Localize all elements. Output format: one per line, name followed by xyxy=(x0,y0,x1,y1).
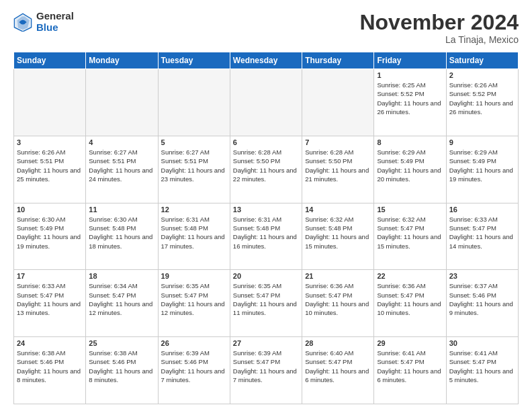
calendar-week-row: 17Sunrise: 6:33 AM Sunset: 5:47 PM Dayli… xyxy=(14,270,519,337)
calendar-cell: 30Sunrise: 6:41 AM Sunset: 5:47 PM Dayli… xyxy=(446,337,518,404)
calendar-cell: 13Sunrise: 6:31 AM Sunset: 5:48 PM Dayli… xyxy=(230,203,302,270)
logo-icon xyxy=(13,13,32,32)
day-info: Sunrise: 6:29 AM Sunset: 5:49 PM Dayligh… xyxy=(377,148,443,183)
day-info: Sunrise: 6:34 AM Sunset: 5:47 PM Dayligh… xyxy=(89,281,154,317)
calendar-cell: 21Sunrise: 6:36 AM Sunset: 5:47 PM Dayli… xyxy=(302,270,374,337)
day-info: Sunrise: 6:32 AM Sunset: 5:48 PM Dayligh… xyxy=(305,215,371,250)
calendar-day-header: Friday xyxy=(374,52,446,69)
calendar-cell: 18Sunrise: 6:34 AM Sunset: 5:47 PM Dayli… xyxy=(86,270,158,337)
calendar-day-header: Wednesday xyxy=(230,52,302,69)
day-number: 28 xyxy=(305,339,371,347)
day-info: Sunrise: 6:35 AM Sunset: 5:47 PM Dayligh… xyxy=(233,281,299,317)
day-info: Sunrise: 6:37 AM Sunset: 5:46 PM Dayligh… xyxy=(449,281,515,317)
calendar-cell xyxy=(14,69,86,136)
calendar-cell: 17Sunrise: 6:33 AM Sunset: 5:47 PM Dayli… xyxy=(14,270,86,337)
day-info: Sunrise: 6:30 AM Sunset: 5:48 PM Dayligh… xyxy=(89,215,154,250)
day-number: 11 xyxy=(89,205,154,214)
header: General Blue November 2024 La Tinaja, Me… xyxy=(13,11,519,45)
day-info: Sunrise: 6:27 AM Sunset: 5:51 PM Dayligh… xyxy=(89,148,154,183)
calendar-cell: 10Sunrise: 6:30 AM Sunset: 5:49 PM Dayli… xyxy=(14,203,86,270)
day-number: 17 xyxy=(17,272,83,280)
calendar-cell: 19Sunrise: 6:35 AM Sunset: 5:47 PM Dayli… xyxy=(158,270,230,337)
day-number: 19 xyxy=(161,272,227,280)
calendar-header-row: SundayMondayTuesdayWednesdayThursdayFrid… xyxy=(14,52,519,69)
day-number: 7 xyxy=(305,138,371,146)
calendar-cell: 14Sunrise: 6:32 AM Sunset: 5:48 PM Dayli… xyxy=(302,203,374,270)
day-info: Sunrise: 6:39 AM Sunset: 5:46 PM Dayligh… xyxy=(161,349,227,384)
location: La Tinaja, Mexico xyxy=(359,34,519,45)
calendar-cell: 28Sunrise: 6:40 AM Sunset: 5:47 PM Dayli… xyxy=(302,337,374,404)
calendar-cell: 12Sunrise: 6:31 AM Sunset: 5:48 PM Dayli… xyxy=(158,203,230,270)
day-info: Sunrise: 6:39 AM Sunset: 5:47 PM Dayligh… xyxy=(233,349,299,384)
day-info: Sunrise: 6:41 AM Sunset: 5:47 PM Dayligh… xyxy=(377,349,443,384)
calendar-cell: 7Sunrise: 6:28 AM Sunset: 5:50 PM Daylig… xyxy=(302,136,374,203)
title-block: November 2024 La Tinaja, Mexico xyxy=(359,11,519,45)
day-info: Sunrise: 6:38 AM Sunset: 5:46 PM Dayligh… xyxy=(17,349,83,384)
day-info: Sunrise: 6:26 AM Sunset: 5:52 PM Dayligh… xyxy=(449,81,515,116)
day-info: Sunrise: 6:31 AM Sunset: 5:48 PM Dayligh… xyxy=(161,215,227,250)
day-info: Sunrise: 6:35 AM Sunset: 5:47 PM Dayligh… xyxy=(161,281,227,317)
calendar-cell xyxy=(86,69,158,136)
calendar-cell: 15Sunrise: 6:32 AM Sunset: 5:47 PM Dayli… xyxy=(374,203,446,270)
logo: General Blue xyxy=(13,11,74,33)
day-number: 18 xyxy=(89,272,154,280)
calendar-day-header: Tuesday xyxy=(158,52,230,69)
day-number: 14 xyxy=(305,205,371,214)
day-number: 4 xyxy=(89,138,154,146)
day-number: 6 xyxy=(233,138,299,146)
day-number: 16 xyxy=(449,205,515,214)
day-number: 26 xyxy=(161,339,227,347)
calendar-cell: 25Sunrise: 6:38 AM Sunset: 5:46 PM Dayli… xyxy=(86,337,158,404)
calendar-week-row: 24Sunrise: 6:38 AM Sunset: 5:46 PM Dayli… xyxy=(14,337,519,404)
calendar-cell: 16Sunrise: 6:33 AM Sunset: 5:47 PM Dayli… xyxy=(446,203,518,270)
calendar-cell: 9Sunrise: 6:29 AM Sunset: 5:49 PM Daylig… xyxy=(446,136,518,203)
logo-text: General Blue xyxy=(36,11,74,33)
day-info: Sunrise: 6:25 AM Sunset: 5:52 PM Dayligh… xyxy=(377,81,443,116)
day-number: 25 xyxy=(89,339,154,347)
calendar-cell xyxy=(158,69,230,136)
calendar-cell: 22Sunrise: 6:36 AM Sunset: 5:47 PM Dayli… xyxy=(374,270,446,337)
day-number: 30 xyxy=(449,339,515,347)
calendar-cell xyxy=(230,69,302,136)
day-number: 22 xyxy=(377,272,443,280)
calendar-cell: 24Sunrise: 6:38 AM Sunset: 5:46 PM Dayli… xyxy=(14,337,86,404)
calendar-cell: 11Sunrise: 6:30 AM Sunset: 5:48 PM Dayli… xyxy=(86,203,158,270)
day-info: Sunrise: 6:32 AM Sunset: 5:47 PM Dayligh… xyxy=(377,215,443,250)
day-number: 27 xyxy=(233,339,299,347)
day-info: Sunrise: 6:41 AM Sunset: 5:47 PM Dayligh… xyxy=(449,349,515,384)
calendar-cell: 29Sunrise: 6:41 AM Sunset: 5:47 PM Dayli… xyxy=(374,337,446,404)
day-info: Sunrise: 6:28 AM Sunset: 5:50 PM Dayligh… xyxy=(305,148,371,183)
day-number: 5 xyxy=(161,138,227,146)
calendar-day-header: Monday xyxy=(86,52,158,69)
day-number: 1 xyxy=(377,71,443,79)
day-number: 12 xyxy=(161,205,227,214)
logo-general: General xyxy=(36,11,74,22)
day-info: Sunrise: 6:36 AM Sunset: 5:47 PM Dayligh… xyxy=(305,281,371,317)
calendar-cell: 26Sunrise: 6:39 AM Sunset: 5:46 PM Dayli… xyxy=(158,337,230,404)
calendar-cell: 3Sunrise: 6:26 AM Sunset: 5:51 PM Daylig… xyxy=(14,136,86,203)
day-number: 3 xyxy=(17,138,83,146)
calendar-cell: 5Sunrise: 6:27 AM Sunset: 5:51 PM Daylig… xyxy=(158,136,230,203)
day-number: 2 xyxy=(449,71,515,79)
day-info: Sunrise: 6:33 AM Sunset: 5:47 PM Dayligh… xyxy=(449,215,515,250)
day-info: Sunrise: 6:36 AM Sunset: 5:47 PM Dayligh… xyxy=(377,281,443,317)
day-info: Sunrise: 6:26 AM Sunset: 5:51 PM Dayligh… xyxy=(17,148,83,183)
day-info: Sunrise: 6:28 AM Sunset: 5:50 PM Dayligh… xyxy=(233,148,299,183)
calendar-week-row: 3Sunrise: 6:26 AM Sunset: 5:51 PM Daylig… xyxy=(14,136,519,203)
calendar-week-row: 1Sunrise: 6:25 AM Sunset: 5:52 PM Daylig… xyxy=(14,69,519,136)
day-number: 9 xyxy=(449,138,515,146)
page: General Blue November 2024 La Tinaja, Me… xyxy=(0,0,532,411)
day-info: Sunrise: 6:30 AM Sunset: 5:49 PM Dayligh… xyxy=(17,215,83,250)
calendar-cell: 4Sunrise: 6:27 AM Sunset: 5:51 PM Daylig… xyxy=(86,136,158,203)
calendar-cell: 27Sunrise: 6:39 AM Sunset: 5:47 PM Dayli… xyxy=(230,337,302,404)
day-number: 21 xyxy=(305,272,371,280)
day-info: Sunrise: 6:31 AM Sunset: 5:48 PM Dayligh… xyxy=(233,215,299,250)
logo-blue: Blue xyxy=(36,22,74,34)
day-number: 10 xyxy=(17,205,83,214)
calendar-cell: 23Sunrise: 6:37 AM Sunset: 5:46 PM Dayli… xyxy=(446,270,518,337)
day-number: 24 xyxy=(17,339,83,347)
day-info: Sunrise: 6:40 AM Sunset: 5:47 PM Dayligh… xyxy=(305,349,371,384)
calendar-day-header: Sunday xyxy=(14,52,86,69)
calendar: SundayMondayTuesdayWednesdayThursdayFrid… xyxy=(13,52,519,404)
day-info: Sunrise: 6:38 AM Sunset: 5:46 PM Dayligh… xyxy=(89,349,154,384)
